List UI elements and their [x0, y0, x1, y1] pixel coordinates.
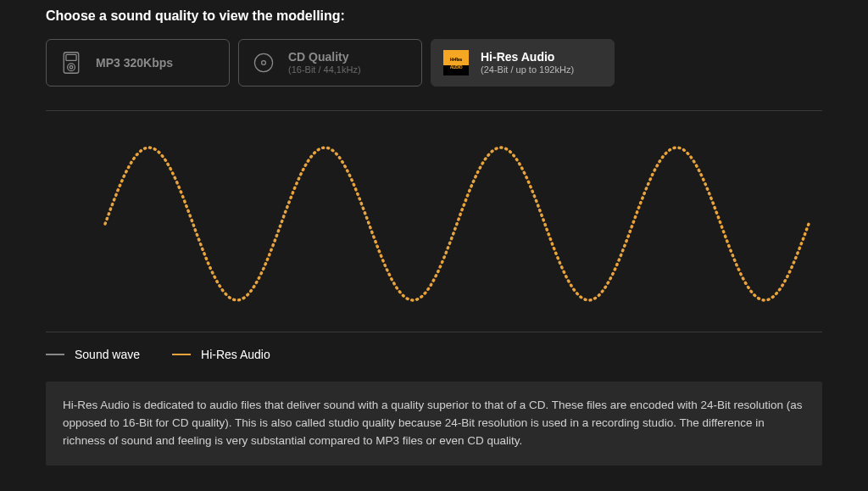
description-text: Hi-Res Audio is dedicated to audio files… — [63, 399, 802, 447]
tab-cd-title: CD Quality — [288, 50, 361, 64]
cd-icon — [251, 50, 276, 75]
legend-hires-label: Hi-Res Audio — [201, 348, 270, 361]
description-box: Hi-Res Audio is dedicated to audio files… — [46, 382, 822, 466]
tab-mp3[interactable]: MP3 320Kbps — [46, 39, 230, 86]
legend-soundwave-label: Sound wave — [75, 348, 140, 361]
svg-point-5 — [262, 61, 266, 65]
section-heading: Choose a sound quality to view the model… — [46, 8, 822, 24]
legend: Sound wave Hi-Res Audio — [46, 348, 822, 361]
divider — [46, 332, 822, 332]
tab-hires-sub: (24-Bit / up to 192kHz) — [481, 64, 574, 75]
tab-mp3-title: MP3 320Kbps — [96, 56, 173, 70]
hires-audio-icon: Hi•ResAUDIO — [443, 50, 469, 75]
wave-visualization — [46, 126, 822, 321]
legend-swatch-grey — [46, 354, 64, 355]
svg-point-3 — [70, 66, 73, 70]
tab-cd[interactable]: CD Quality (16-Bit / 44,1kHz) — [238, 39, 422, 86]
quality-tabs: MP3 320Kbps CD Quality (16-Bit / 44,1kHz… — [46, 39, 822, 86]
svg-rect-1 — [66, 54, 76, 60]
legend-swatch-orange — [172, 354, 191, 355]
tab-hires-title: Hi-Res Audio — [481, 50, 574, 64]
mp3-player-icon — [58, 50, 84, 75]
divider — [46, 110, 822, 111]
tab-cd-sub: (16-Bit / 44,1kHz) — [288, 64, 361, 75]
tab-hires[interactable]: Hi•ResAUDIO Hi-Res Audio (24-Bit / up to… — [431, 39, 615, 86]
svg-point-2 — [68, 64, 75, 71]
svg-point-4 — [254, 53, 272, 71]
